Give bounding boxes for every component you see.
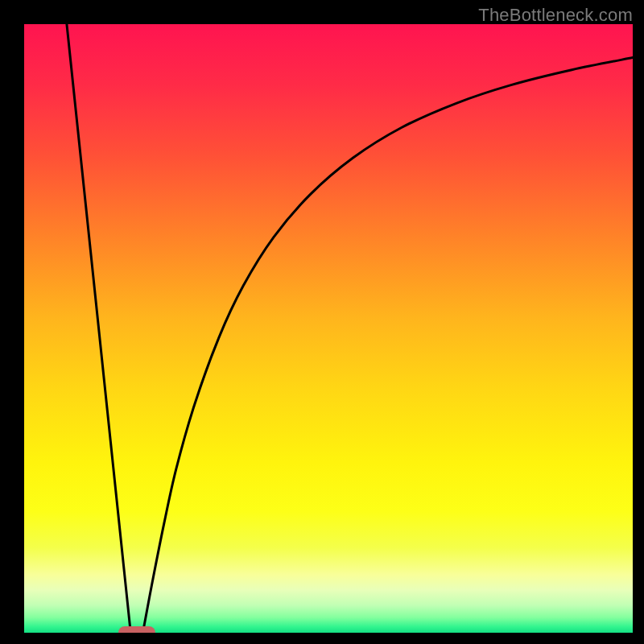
minimum-marker xyxy=(118,626,155,633)
right-curve-path xyxy=(142,58,633,633)
left-line-path xyxy=(67,24,130,633)
chart-frame: TheBottleneck.com xyxy=(0,0,644,644)
curves-layer xyxy=(24,24,633,633)
watermark-text: TheBottleneck.com xyxy=(478,5,633,26)
plot-area xyxy=(24,24,633,633)
